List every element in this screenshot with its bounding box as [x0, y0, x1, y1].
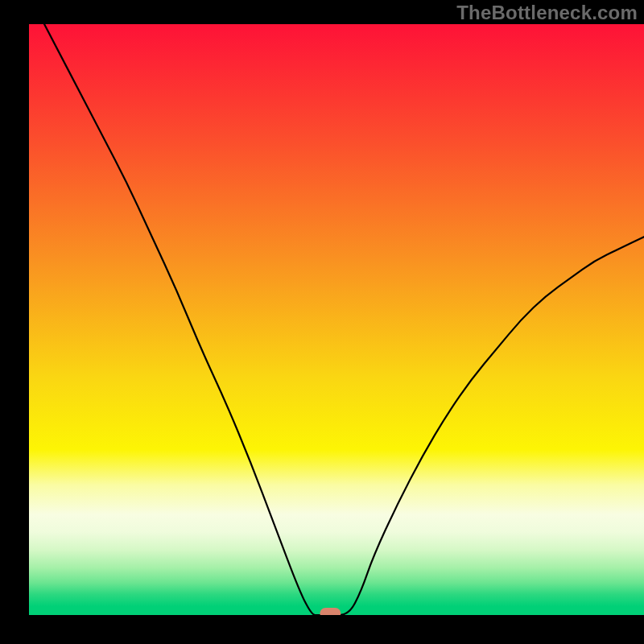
- watermark-label: TheBottleneck.com: [456, 2, 638, 24]
- gradient-plot-area: [29, 24, 644, 615]
- bottleneck-chart: [0, 0, 644, 644]
- chart-frame: TheBottleneck.com: [0, 0, 644, 644]
- left-axis-bar: [0, 0, 29, 644]
- bottom-axis-bar: [0, 615, 644, 644]
